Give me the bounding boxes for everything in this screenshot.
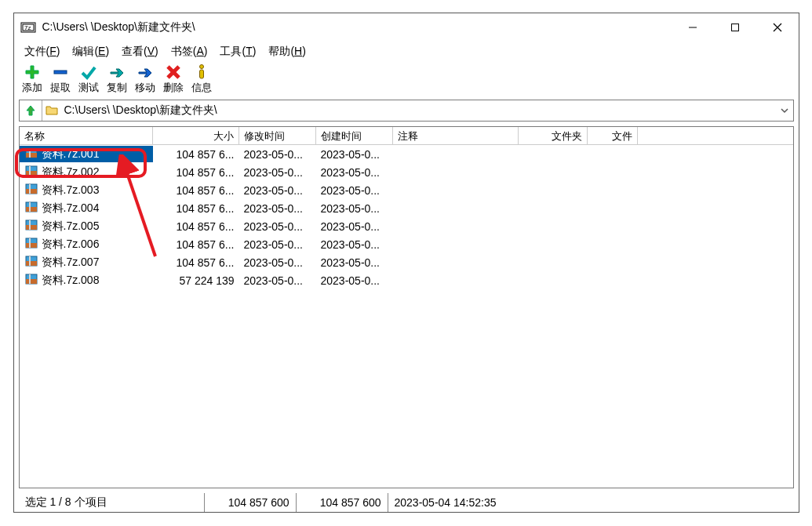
maximize-button[interactable]	[717, 15, 753, 40]
file-row[interactable]: 资料.7z.003104 857 6...2023-05-0...2023-05…	[20, 181, 793, 199]
menu-view[interactable]: 查看(V)	[116, 43, 164, 60]
file-name: 资料.7z.006	[42, 238, 100, 252]
file-row[interactable]: 资料.7z.006104 857 6...2023-05-0...2023-05…	[20, 235, 793, 253]
app-icon: 7z	[20, 20, 36, 35]
toolbar-add[interactable]: 添加	[19, 63, 46, 95]
menu-file[interactable]: 文件(F)	[19, 43, 66, 60]
menu-edit[interactable]: 编辑(E)	[67, 43, 115, 60]
archive-icon	[24, 272, 38, 288]
col-folders[interactable]: 文件夹	[519, 127, 588, 144]
svg-rect-17	[29, 166, 31, 176]
file-name-cell: 资料.7z.006	[20, 236, 153, 252]
chevron-down-icon	[780, 106, 789, 115]
file-created: 2023-05-0...	[316, 256, 393, 269]
svg-rect-28	[26, 243, 37, 248]
toolbar-copy[interactable]: 复制	[104, 63, 130, 95]
svg-rect-20	[29, 184, 31, 194]
svg-point-10	[199, 65, 203, 69]
plus-icon	[24, 63, 41, 81]
check-icon	[80, 63, 97, 81]
archive-icon	[24, 182, 38, 198]
file-modified: 2023-05-0...	[239, 202, 316, 215]
file-modified: 2023-05-0...	[239, 256, 316, 269]
address-input[interactable]: C:\Users\ \Desktop\新建文件夹\	[61, 103, 776, 118]
folder-icon	[42, 103, 61, 118]
nav-up-button[interactable]	[20, 100, 42, 121]
svg-rect-26	[29, 220, 31, 230]
file-name-cell: 资料.7z.005	[20, 218, 153, 234]
archive-icon	[24, 218, 38, 234]
file-modified: 2023-05-0...	[239, 238, 316, 251]
up-arrow-icon	[24, 104, 37, 117]
file-size: 104 857 6...	[153, 220, 239, 233]
archive-icon	[24, 254, 38, 270]
file-name: 资料.7z.003	[42, 183, 100, 198]
file-name: 资料.7z.005	[42, 219, 100, 234]
archive-icon	[24, 146, 38, 162]
file-modified: 2023-05-0...	[239, 148, 316, 161]
file-name-cell: 资料.7z.002	[20, 164, 153, 180]
toolbar: 添加 提取 测试 复制 移动 删除 信息	[14, 63, 799, 98]
file-list: 名称 大小 修改时间 创建时间 注释 文件夹 文件 资料.7z.001104 8…	[19, 126, 794, 488]
toolbar-test[interactable]: 测试	[75, 63, 102, 95]
file-created: 2023-05-0...	[316, 238, 393, 251]
file-name: 资料.7z.007	[42, 256, 100, 270]
svg-text:7z: 7z	[24, 24, 31, 31]
info-icon	[193, 63, 210, 81]
file-size: 57 224 139	[153, 274, 239, 287]
col-created[interactable]: 创建时间	[316, 127, 393, 144]
file-row[interactable]: 资料.7z.005104 857 6...2023-05-0...2023-05…	[20, 217, 793, 235]
window-title: C:\Users\ \Desktop\新建文件夹\	[42, 20, 668, 34]
svg-rect-22	[26, 207, 37, 212]
menu-tools[interactable]: 工具(T)	[214, 43, 261, 60]
col-comment[interactable]: 注释	[393, 127, 519, 144]
toolbar-info[interactable]: 信息	[188, 63, 215, 95]
col-size[interactable]: 大小	[153, 127, 239, 144]
menu-help[interactable]: 帮助(H)	[263, 43, 311, 60]
minimize-button[interactable]	[675, 15, 711, 40]
svg-rect-14	[29, 148, 31, 158]
svg-rect-25	[26, 225, 37, 230]
file-size: 104 857 6...	[153, 148, 239, 161]
file-created: 2023-05-0...	[316, 274, 393, 287]
file-created: 2023-05-0...	[316, 166, 393, 179]
move-arrow-icon	[137, 63, 154, 81]
svg-rect-23	[29, 202, 31, 212]
col-name[interactable]: 名称	[20, 127, 153, 144]
svg-rect-7	[54, 71, 67, 74]
file-modified: 2023-05-0...	[239, 220, 316, 233]
column-headers: 名称 大小 修改时间 创建时间 注释 文件夹 文件	[20, 127, 793, 145]
col-modified[interactable]: 修改时间	[239, 127, 316, 144]
toolbar-delete[interactable]: 删除	[160, 63, 187, 95]
minus-icon	[52, 63, 69, 81]
close-button[interactable]	[759, 15, 796, 40]
file-row[interactable]: 资料.7z.004104 857 6...2023-05-0...2023-05…	[20, 199, 793, 217]
archive-icon	[24, 236, 38, 252]
file-size: 104 857 6...	[153, 256, 239, 269]
file-name-cell: 资料.7z.007	[20, 254, 153, 270]
col-files[interactable]: 文件	[588, 127, 638, 144]
menu-bookmarks[interactable]: 书签(A)	[166, 43, 213, 60]
toolbar-extract[interactable]: 提取	[47, 63, 74, 95]
file-row[interactable]: 资料.7z.001104 857 6...2023-05-0...2023-05…	[20, 145, 793, 163]
toolbar-move[interactable]: 移动	[132, 63, 158, 95]
status-size1: 104 857 600	[204, 493, 296, 512]
address-dropdown[interactable]	[776, 106, 793, 115]
file-row[interactable]: 资料.7z.002104 857 6...2023-05-0...2023-05…	[20, 163, 793, 181]
svg-rect-32	[29, 256, 31, 266]
file-created: 2023-05-0...	[316, 202, 393, 215]
file-name-cell: 资料.7z.004	[20, 200, 153, 216]
svg-rect-34	[26, 279, 37, 284]
file-created: 2023-05-0...	[316, 148, 393, 161]
svg-rect-11	[199, 70, 203, 78]
file-row[interactable]: 资料.7z.007104 857 6...2023-05-0...2023-05…	[20, 253, 793, 271]
file-row[interactable]: 资料.7z.00857 224 1392023-05-0...2023-05-0…	[20, 271, 793, 289]
status-bar: 选定 1 / 8 个项目 104 857 600 104 857 600 202…	[14, 493, 799, 512]
archive-icon	[24, 164, 38, 180]
copy-arrow-icon	[108, 63, 126, 81]
svg-rect-19	[26, 189, 37, 194]
file-name-cell: 资料.7z.008	[20, 272, 153, 288]
file-size: 104 857 6...	[153, 166, 239, 179]
status-time: 2023-05-04 14:52:35	[388, 493, 794, 512]
file-name-cell: 资料.7z.001	[20, 146, 153, 162]
